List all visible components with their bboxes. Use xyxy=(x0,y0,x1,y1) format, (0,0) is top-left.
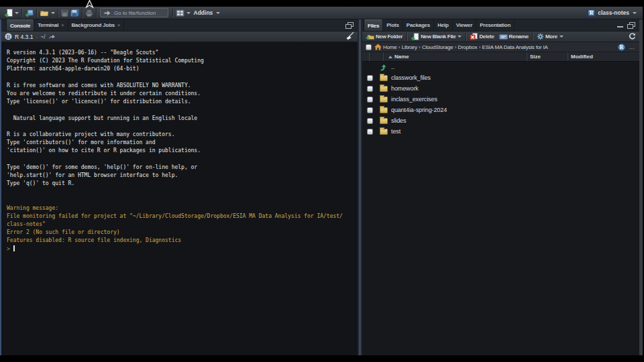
new-blank-file-label: New Blank File xyxy=(421,34,455,40)
files-panel: FilesPlotsPackagesHelpViewerPresentation… xyxy=(362,19,639,355)
file-row[interactable]: inclass_exercises xyxy=(362,94,639,105)
project-menu-button[interactable]: R class-notes xyxy=(588,9,640,17)
console-prompt: > xyxy=(7,246,13,252)
chevron-down-icon xyxy=(186,12,191,14)
save-icon xyxy=(61,9,68,17)
file-name[interactable]: classwork_files xyxy=(391,74,431,81)
rename-button[interactable]: Rename xyxy=(498,34,529,40)
refresh-button[interactable] xyxy=(629,31,637,43)
goto-file-search[interactable]: Go to file/function xyxy=(100,8,168,17)
panel-splitter[interactable] xyxy=(358,19,362,355)
pane-layout-button[interactable] xyxy=(174,7,191,18)
new-folder-icon xyxy=(366,33,374,40)
tab-viewer[interactable]: Viewer xyxy=(453,19,476,31)
console-line: 'help.start()' for an HTML browser inter… xyxy=(7,172,352,180)
file-name[interactable]: inclass_exercises xyxy=(391,96,437,103)
refresh-icon xyxy=(629,33,635,40)
open-file-button[interactable] xyxy=(38,7,56,18)
breadcrumb-item[interactable]: ESIA MA Data Analysis for IA xyxy=(482,44,548,50)
file-row[interactable]: quant4ia-spring-2024 xyxy=(362,105,639,115)
delete-label: Delete xyxy=(479,34,494,40)
maximize-icon[interactable] xyxy=(627,22,635,29)
tab-packages[interactable]: Packages xyxy=(403,19,434,31)
chevron-down-icon xyxy=(15,12,19,14)
new-file-button[interactable] xyxy=(3,7,19,18)
header-modified-col[interactable]: Modified xyxy=(568,52,639,61)
file-row[interactable]: slides xyxy=(362,115,639,126)
header-size-col[interactable]: Size xyxy=(527,52,568,61)
new-folder-button[interactable]: New Folder xyxy=(365,33,403,40)
tab-presentation[interactable]: Presentation xyxy=(476,19,515,31)
breadcrumb-item[interactable]: Dropbox xyxy=(458,44,478,50)
file-name[interactable]: .. xyxy=(391,64,394,70)
file-name[interactable]: test xyxy=(391,128,400,135)
restore-panes-icon[interactable] xyxy=(345,22,354,29)
file-row[interactable]: homework xyxy=(362,83,639,94)
new-blank-file-button[interactable]: New Blank File xyxy=(410,33,462,41)
rstudio-window: Go to file/function Addins R class-notes… xyxy=(0,0,644,362)
header-name-col[interactable]: Name xyxy=(384,52,527,61)
file-icon-cell xyxy=(379,86,388,92)
file-name[interactable]: homework xyxy=(391,85,419,92)
tab-terminal[interactable]: Terminal× xyxy=(34,19,68,31)
r-logo-icon: R xyxy=(5,33,12,40)
tab-plots[interactable]: Plots xyxy=(383,19,403,31)
file-row[interactable]: .. xyxy=(362,62,639,72)
close-icon[interactable]: × xyxy=(61,22,64,28)
folder-icon xyxy=(380,107,388,113)
chevron-down-icon xyxy=(633,12,637,14)
tab-label: Packages xyxy=(407,22,430,28)
console-toolbar: R R 4.3.1 · ~/ xyxy=(1,32,358,42)
home-icon[interactable] xyxy=(374,44,382,50)
open-folder-icon xyxy=(40,9,49,17)
tab-console[interactable]: Console xyxy=(6,19,34,31)
console-line xyxy=(7,188,352,196)
svg-text:R: R xyxy=(6,34,11,40)
console-output[interactable]: R version 4.3.1 (2023-06-16) -- "Beagle … xyxy=(1,42,358,355)
save-button[interactable] xyxy=(60,7,69,18)
new-project-button[interactable] xyxy=(23,7,34,18)
more-button[interactable]: More xyxy=(536,33,564,40)
goto-file-placeholder: Go to file/function xyxy=(114,10,156,16)
tab-label: Plots xyxy=(386,22,399,28)
file-checkbox-cell xyxy=(367,75,373,81)
goto-directory-icon[interactable] xyxy=(48,34,56,40)
breadcrumb-item[interactable]: Library xyxy=(402,44,417,50)
new-file-icon xyxy=(4,9,13,17)
toolbar-separator xyxy=(172,9,173,17)
breadcrumb-item[interactable]: CloudStorage xyxy=(422,44,453,50)
file-name[interactable]: slides xyxy=(391,117,406,124)
tab-background-jobs[interactable]: Background Jobs× xyxy=(68,19,125,31)
console-line xyxy=(7,106,352,114)
tab-label: Terminal xyxy=(38,22,58,28)
clear-console-button[interactable] xyxy=(345,31,354,43)
console-line: Type 'demo()' for some demos, 'help()' f… xyxy=(7,164,352,172)
select-all-checkbox[interactable] xyxy=(366,44,372,50)
save-all-button[interactable] xyxy=(69,7,80,18)
tab-files[interactable]: Files xyxy=(364,19,383,31)
folder-icon xyxy=(380,129,388,135)
new-blank-file-icon xyxy=(411,33,419,41)
console-panel: ConsoleTerminal×Background Jobs× R R 4.3… xyxy=(1,19,358,355)
toolbar-separator xyxy=(96,9,97,17)
addins-button[interactable]: Addins xyxy=(191,7,221,18)
more-options-button[interactable]: ... xyxy=(629,44,635,50)
goto-arrow-icon xyxy=(104,10,111,16)
breadcrumb-separator: › xyxy=(455,45,456,50)
breadcrumb-item[interactable]: Home xyxy=(383,44,397,50)
file-name[interactable]: quant4ia-spring-2024 xyxy=(391,107,447,113)
path-separator: · xyxy=(36,34,38,40)
tab-label: Console xyxy=(10,23,30,29)
r-project-badge-icon[interactable]: R xyxy=(618,44,625,51)
tab-help[interactable]: Help xyxy=(434,19,453,31)
console-line: Type 'q()' to quit R. xyxy=(7,180,352,188)
file-row[interactable]: test xyxy=(362,126,639,137)
close-icon[interactable]: × xyxy=(117,22,120,28)
delete-button[interactable]: Delete xyxy=(469,33,494,40)
toolbar-separator xyxy=(466,32,466,41)
file-row[interactable]: classwork_files xyxy=(362,72,639,83)
minimize-icon[interactable] xyxy=(617,22,624,28)
chevron-down-icon xyxy=(216,12,220,14)
console-line: R is a collaborative project with many c… xyxy=(7,131,352,139)
print-button[interactable] xyxy=(84,7,94,18)
